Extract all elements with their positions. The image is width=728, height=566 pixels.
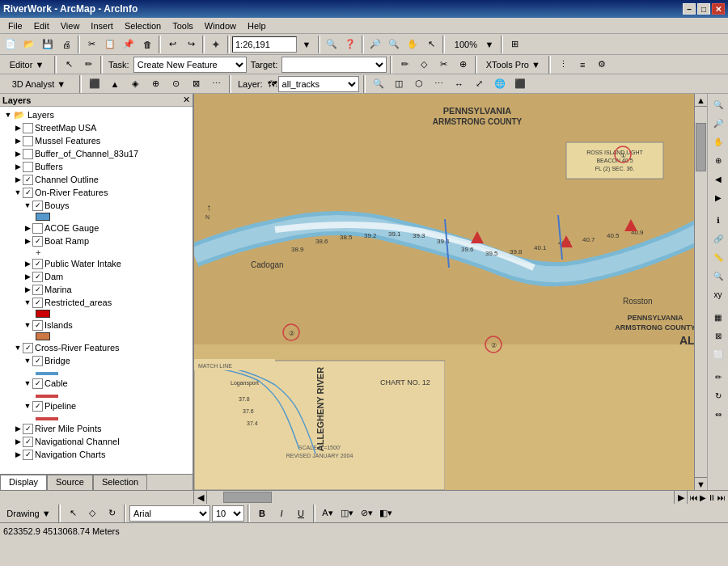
toc-exp-marina[interactable]: ▶ [23, 285, 32, 294]
toc-tab-source[interactable]: Source [47, 475, 93, 490]
zoom-in-tool[interactable]: 🔎 [366, 36, 384, 53]
select-features-btn[interactable]: ▦ [709, 308, 727, 326]
scale-input[interactable] [232, 36, 297, 53]
toc-exp-bridge[interactable]: ▼ [23, 357, 32, 365]
analyst-btn6[interactable]: ⊠ [187, 75, 205, 93]
anim-prev-btn[interactable]: ⏮ [690, 493, 698, 502]
close-button[interactable]: ✕ [712, 3, 725, 15]
toc-item-on-river[interactable]: ▼ On-River Features [0, 186, 193, 199]
toc-item-marina[interactable]: ▶ Marina [0, 283, 193, 296]
toc-exp-nav-channel[interactable]: ▶ [13, 437, 23, 446]
delete-btn[interactable]: 🗑 [138, 36, 156, 53]
toc-check-on-river[interactable] [23, 188, 33, 198]
find-btn[interactable]: 🔍 [709, 267, 727, 285]
toc-item-acoe[interactable]: ▶ ACOE Gauge [0, 222, 193, 234]
zoom-pct-dropdown[interactable]: ▼ [480, 36, 498, 53]
target-select[interactable] [281, 57, 387, 73]
line-color-btn[interactable]: ⊘▾ [358, 505, 375, 522]
toc-check-pipeline[interactable] [32, 401, 43, 412]
hscroll-right-btn[interactable]: ▶ [674, 491, 687, 504]
analyst-tool7[interactable]: 🌐 [491, 75, 509, 93]
toc-exp-bouys[interactable]: ▼ [23, 201, 32, 209]
edit-side-btn[interactable]: ✏ [709, 368, 727, 386]
italic-btn[interactable]: I [273, 505, 290, 522]
full-extent-btn[interactable]: ⊕ [709, 151, 727, 169]
analyst-tool4[interactable]: ⋯ [430, 75, 448, 93]
rotate-btn[interactable]: ↻ [709, 386, 727, 404]
zoom-in-side-btn[interactable]: 🔍 [709, 95, 727, 113]
toc-tab-selection[interactable]: Selection [93, 475, 147, 490]
toc-exp-public-water[interactable]: ▶ [23, 260, 32, 268]
undo-btn[interactable]: ↩ [163, 36, 181, 53]
toc-item-pipeline[interactable]: ▼ Pipeline [0, 399, 193, 412]
toc-exp-mussel[interactable]: ▶ [13, 137, 23, 145]
sketch-tool[interactable]: ✏ [396, 56, 413, 74]
menu-file[interactable]: File [3, 20, 28, 32]
scale-dropdown[interactable]: ▼ [298, 36, 315, 53]
toc-check-public-water[interactable] [32, 259, 43, 269]
analyst-btn4[interactable]: ⊕ [146, 75, 164, 93]
toc-exp-nav-charts[interactable]: ▶ [13, 450, 23, 458]
analyst-tool3[interactable]: ⬡ [410, 75, 428, 93]
layer-select[interactable]: all_tracks [278, 76, 359, 92]
edit-tool[interactable]: ✏ [79, 56, 97, 74]
fill-color-btn[interactable]: ◫▾ [338, 505, 356, 522]
zoom-out-tool[interactable]: 🔍 [385, 36, 403, 53]
horizontal-scrollbar[interactable]: ◀ ▶ ⏮ ▶ ⏸ ⏭ [0, 490, 728, 503]
toc-exp-buffers[interactable]: ▶ [13, 163, 23, 171]
font-select[interactable]: Arial [129, 505, 210, 522]
toc-check-cable[interactable] [32, 378, 43, 389]
toc-check-streetmap[interactable] [23, 123, 33, 133]
attr-btn[interactable]: ≡ [574, 56, 591, 74]
toc-check-acoe[interactable] [32, 223, 43, 234]
toc-item-nav-channel[interactable]: ▶ Navigational Channel [0, 435, 193, 448]
menu-view[interactable]: View [56, 20, 85, 32]
toc-item-river-mile[interactable]: ▶ River Mile Points [0, 422, 193, 435]
snap-btn[interactable]: ⋮ [554, 56, 572, 74]
toc-exp-acoe[interactable]: ▶ [23, 224, 32, 232]
merge-btn[interactable]: ⊕ [454, 56, 472, 74]
toc-exp-restricted[interactable]: ▼ [23, 298, 32, 306]
toc-item-buffers[interactable]: ▶ Buffers [0, 160, 193, 173]
identify-btn[interactable]: 🔍 [323, 36, 341, 53]
toc-item-streetmap[interactable]: ▶ StreetMap USA [0, 121, 193, 134]
scroll-up-btn[interactable]: ▲ [695, 94, 707, 107]
select-tool[interactable]: ↖ [422, 36, 440, 53]
toc-check-channel-outline[interactable] [23, 175, 33, 185]
analyst-btn5[interactable]: ⊙ [167, 75, 184, 93]
toc-exp-cable[interactable]: ▼ [23, 379, 32, 387]
anim-play-btn[interactable]: ▶ [700, 493, 706, 502]
hscroll-thumb[interactable] [223, 492, 272, 503]
analyst-btn7[interactable]: ⋯ [207, 75, 225, 93]
drawing-dropdown[interactable]: Drawing ▼ [2, 505, 55, 522]
open-btn[interactable]: 📂 [20, 36, 38, 53]
zoom-out-side-btn[interactable]: 🔎 [709, 114, 727, 132]
toc-check-river-mile[interactable] [23, 424, 33, 434]
toc-exp-islands[interactable]: ▼ [23, 321, 32, 329]
sketch-props-btn[interactable]: ⚙ [593, 56, 611, 74]
menu-edit[interactable]: Edit [29, 20, 54, 32]
goto-xy-btn[interactable]: xy [709, 285, 727, 303]
toc-check-buffer-channel[interactable] [23, 149, 33, 159]
analyst-tool1[interactable]: 🔍 [370, 75, 387, 93]
anim-next-btn[interactable]: ⏭ [717, 493, 726, 502]
cut-poly-btn[interactable]: ✂ [434, 56, 452, 74]
identify-side-btn[interactable]: ℹ [709, 211, 727, 229]
menu-window[interactable]: Window [200, 20, 241, 32]
scroll-down-btn[interactable]: ▼ [695, 477, 707, 490]
analyst-tool5[interactable]: ↔ [451, 75, 468, 93]
toc-check-dam[interactable] [32, 272, 43, 282]
measure-btn[interactable]: 📏 [709, 248, 727, 266]
toc-expander-root[interactable]: ▼ [3, 111, 13, 119]
toc-check-islands[interactable] [32, 320, 43, 331]
minimize-button[interactable]: – [683, 3, 696, 15]
toc-item-channel-outline[interactable]: ▶ Channel Outline [0, 173, 193, 186]
toc-check-nav-charts[interactable] [23, 450, 33, 460]
analyst-btn2[interactable]: ▲ [106, 75, 124, 93]
anim-pause-btn[interactable]: ⏸ [708, 493, 716, 502]
toc-check-buffers[interactable] [23, 162, 33, 172]
toc-exp-cross-river[interactable]: ▼ [13, 344, 23, 352]
toc-item-dam[interactable]: ▶ Dam [0, 270, 193, 283]
toc-item-mussel[interactable]: ▶ Mussel Features [0, 134, 193, 147]
editor-dropdown[interactable]: Editor ▼ [2, 56, 51, 74]
